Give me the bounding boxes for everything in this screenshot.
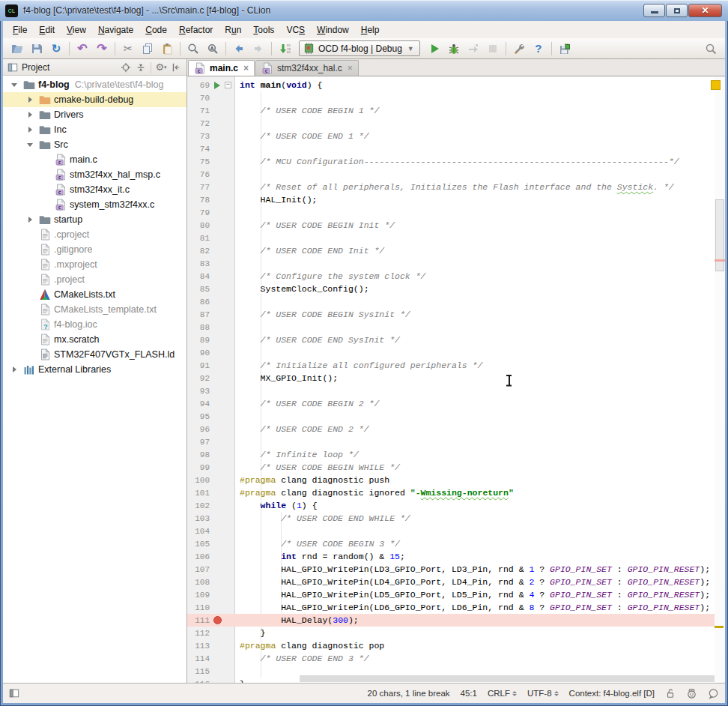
undo-icon[interactable]: ↶ [73,40,92,58]
code-line-87[interactable]: 87 /* USER CODE BEGIN SysInit */ [187,308,715,321]
code-line-106[interactable]: 106 int rnd = random() & 15; [187,550,715,563]
line-number[interactable]: 82 [187,247,210,256]
menu-file[interactable]: File [7,22,33,37]
code-line-84[interactable]: 84 /* Configure the system clock */ [187,270,715,283]
line-number[interactable]: 98 [187,450,210,459]
tree-item-project[interactable]: .project [3,272,186,287]
run-gutter-icon[interactable] [214,82,220,89]
hide-panel-icon[interactable] [169,61,183,74]
code-line-91[interactable]: 91 /* Initialize all configured peripher… [187,359,715,372]
tree-item-mx-scratch[interactable]: mx.scratch [3,332,186,347]
code-editor[interactable]: 69−int main(void) {7071 /* USER CODE BEG… [187,76,725,683]
error-stripe-mark-warning[interactable] [715,259,725,262]
line-number[interactable]: 115 [187,667,210,676]
error-stripe[interactable] [715,76,725,683]
code-line-102[interactable]: 102 while (1) { [187,499,715,512]
line-number[interactable]: 95 [187,412,210,421]
fold-collapse-icon[interactable]: − [225,82,231,88]
line-number[interactable]: 88 [187,323,210,332]
stop-icon[interactable] [483,40,503,58]
breakpoint-icon[interactable] [213,616,222,624]
code-line-70[interactable]: 70 [187,91,715,104]
hector-inspector-icon[interactable] [686,688,697,699]
code-line-82[interactable]: 82 /* USER CODE END Init */ [187,244,715,257]
line-number[interactable]: 90 [187,349,210,357]
line-number[interactable]: 101 [187,489,210,498]
code-line-114[interactable]: 114 /* USER CODE END 3 */ [187,652,715,665]
line-number[interactable]: 85 [187,285,210,294]
line-number[interactable]: 91 [187,361,210,370]
chevron-down-icon[interactable] [10,79,20,90]
menu-refactor[interactable]: Refactor [173,22,219,37]
code-line-109[interactable]: 109 HAL_GPIO_WritePin(LD5_GPIO_Port, LD5… [187,588,715,601]
line-number[interactable]: 94 [187,399,210,408]
code-line-76[interactable]: 76 [187,168,715,181]
menu-view[interactable]: View [61,22,92,37]
code-line-93[interactable]: 93 [187,384,715,397]
tree-item-gitignore[interactable]: .gitignore [3,242,186,257]
line-number[interactable]: 102 [187,501,210,510]
file-status-warning-square[interactable] [711,80,721,90]
tree-item-f4-blog[interactable]: f4-blogC:\private\test\f4-blog [3,77,186,92]
line-number[interactable]: 93 [187,387,210,396]
line-number[interactable]: 106 [187,552,210,561]
line-number[interactable]: 114 [187,654,210,663]
help-icon[interactable]: ? [529,40,548,58]
forward-icon[interactable] [249,40,268,58]
open-icon[interactable] [7,40,27,58]
code-line-73[interactable]: 73 /* USER CODE END 1 */ [187,130,715,142]
line-number[interactable]: 71 [187,106,210,115]
line-number[interactable]: 81 [187,234,210,243]
error-stripe-mark-weak-warning[interactable] [715,626,724,628]
minimize-button[interactable] [643,4,665,17]
line-number[interactable]: 96 [187,425,210,434]
line-number[interactable]: 87 [187,310,210,319]
code-line-95[interactable]: 95 [187,410,715,423]
line-number[interactable]: 83 [187,259,210,268]
line-number[interactable]: 108 [187,578,210,587]
line-number[interactable]: 92 [187,374,210,383]
code-line-101[interactable]: 101#pragma clang diagnostic ignored "-Wm… [187,486,715,499]
line-number[interactable]: 99 [187,463,210,472]
code-line-77[interactable]: 77 /* Reset of all peripherals, Initiali… [187,181,715,193]
menu-edit[interactable]: Edit [33,22,61,37]
run-configuration-select[interactable]: OCD f4-blog | Debug ▼ [299,40,420,56]
code-line-88[interactable]: 88 [187,321,715,334]
code-line-97[interactable]: 97 [187,435,715,448]
find-in-path-icon[interactable]: A [203,40,222,58]
code-line-112[interactable]: 112 } [187,627,715,639]
line-number[interactable]: 70 [187,94,210,103]
code-line-74[interactable]: 74 [187,142,715,155]
code-line-103[interactable]: 103 /* USER CODE END WHILE */ [187,512,715,525]
line-number[interactable]: 113 [187,642,210,651]
line-number[interactable]: 109 [187,591,210,600]
code-line-78[interactable]: 78 HAL_Init(); [187,193,715,206]
menu-code[interactable]: Code [139,22,173,37]
line-number[interactable]: 84 [187,272,210,281]
code-line-79[interactable]: 79 [187,206,715,219]
tree-item-cmake-build-debug[interactable]: cmake-build-debug [3,92,186,107]
code-line-86[interactable]: 86 [187,295,715,308]
locate-file-icon[interactable] [118,61,133,74]
line-number[interactable]: 73 [187,132,210,141]
find-icon[interactable] [183,40,203,58]
code-line-71[interactable]: 71 /* USER CODE BEGIN 1 */ [187,104,715,117]
save-all-icon[interactable] [27,40,46,58]
settings-icon[interactable] [509,40,529,58]
menu-tools[interactable]: Tools [247,22,280,37]
code-line-81[interactable]: 81 [187,232,715,244]
tree-item-src[interactable]: Src [3,137,186,152]
line-number[interactable]: 76 [187,170,210,179]
menu-help[interactable]: Help [355,22,386,37]
tree-item-external-libraries[interactable]: External Libraries [3,362,186,377]
back-icon[interactable] [229,40,249,58]
code-line-108[interactable]: 108 HAL_GPIO_WritePin(LD4_GPIO_Port, LD4… [187,576,715,588]
tree-item-mxproject[interactable]: .mxproject [3,257,186,272]
code-line-83[interactable]: 83 [187,257,715,270]
chevron-right-icon[interactable] [25,94,36,105]
line-number[interactable]: 97 [187,438,210,447]
line-number[interactable]: 75 [187,157,210,166]
tree-item-main-c[interactable]: cmain.c [3,152,186,167]
chevron-right-icon[interactable] [25,214,36,225]
tree-item-stm32f4xx-hal-msp-c[interactable]: cstm32f4xx_hal_msp.c [3,167,186,182]
